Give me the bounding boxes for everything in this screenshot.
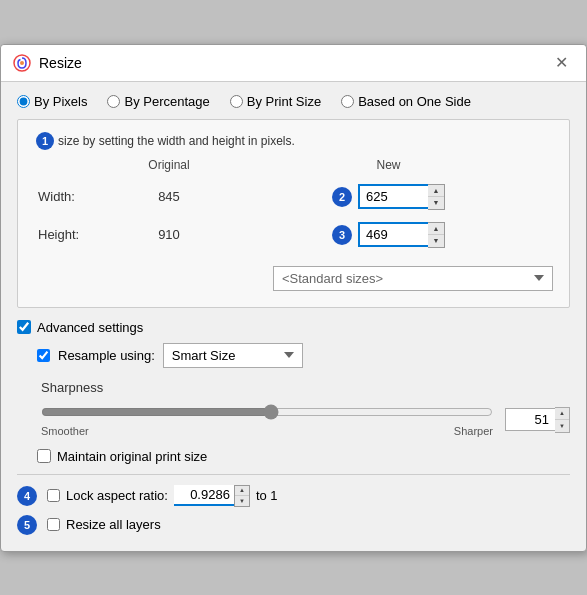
resample-checkbox[interactable]: [37, 349, 50, 362]
resample-label: Resample using:: [58, 348, 155, 363]
resize-layers-badge: 5: [17, 515, 37, 535]
height-spinner: ▲ ▼: [428, 222, 445, 248]
sharpness-slider[interactable]: [41, 403, 493, 421]
advanced-section: Advanced settings Resample using: Smart …: [17, 320, 570, 464]
width-spinner: ▲ ▼: [428, 184, 445, 210]
standard-sizes-row: <Standard sizes>: [34, 266, 553, 291]
width-spin-up[interactable]: ▲: [428, 185, 444, 198]
resize-dialog: Resize ✕ By Pixels By Percentage By Prin…: [0, 44, 587, 552]
sharpness-input[interactable]: [505, 408, 555, 431]
height-badge: 3: [332, 225, 352, 245]
title-bar-left: Resize: [13, 54, 82, 72]
advanced-settings-label[interactable]: Advanced settings: [17, 320, 570, 335]
maintain-print-size-label[interactable]: Maintain original print size: [37, 449, 570, 464]
sharpness-num-wrap: ▲ ▼: [505, 407, 570, 433]
size-table: Original New Width: 845 2: [34, 158, 553, 254]
advanced-inner: Resample using: Smart Size Bicubic Bilin…: [37, 343, 570, 464]
width-badge: 2: [332, 187, 352, 207]
resample-select[interactable]: Smart Size Bicubic Bilinear Nearest Neig…: [163, 343, 303, 368]
height-spin-up[interactable]: ▲: [428, 223, 444, 236]
size-group: 1size by setting the width and height in…: [17, 119, 570, 308]
lock-spin-down[interactable]: ▼: [235, 496, 249, 506]
lock-input-wrap: ▲ ▼: [174, 485, 250, 507]
lock-aspect-suffix: to 1: [256, 488, 278, 503]
resample-row: Resample using: Smart Size Bicubic Bilin…: [37, 343, 570, 368]
radio-by-pixels[interactable]: By Pixels: [17, 94, 87, 109]
sharpness-slider-wrap: Smoother Sharper: [41, 403, 493, 437]
lock-aspect-row: 4 Lock aspect ratio: ▲ ▼ to 1: [17, 485, 570, 507]
resize-layers-label: Resize all layers: [66, 517, 161, 532]
close-button[interactable]: ✕: [549, 53, 574, 73]
standard-sizes-select[interactable]: <Standard sizes>: [273, 266, 553, 291]
dialog-title: Resize: [39, 55, 82, 71]
width-input-wrap: ▲ ▼: [358, 184, 445, 210]
sharpness-slider-row: Smoother Sharper ▲ ▼: [41, 403, 570, 437]
slider-label-sharper: Sharper: [454, 425, 493, 437]
height-row: Height: 910 3 ▲ ▼: [34, 216, 553, 254]
sharpness-spin-up[interactable]: ▲: [555, 408, 569, 421]
maintain-print-size-checkbox[interactable]: [37, 449, 51, 463]
sharpness-spinner: ▲ ▼: [555, 407, 570, 433]
lock-spin-up[interactable]: ▲: [235, 486, 249, 497]
divider: [17, 474, 570, 475]
hint-badge: 1: [36, 132, 54, 150]
lock-aspect-spinner: ▲ ▼: [234, 485, 250, 507]
width-input[interactable]: [358, 184, 428, 209]
lock-aspect-checkbox[interactable]: [47, 489, 60, 502]
sharpness-section: Sharpness Smoother Sharper: [41, 380, 570, 437]
height-input[interactable]: [358, 222, 428, 247]
resize-layers-row: 5 Resize all layers: [17, 515, 570, 535]
slider-label-smoother: Smoother: [41, 425, 89, 437]
dialog-body: By Pixels By Percentage By Print Size Ba…: [1, 82, 586, 551]
hint-text: 1size by setting the width and height in…: [34, 132, 553, 150]
title-bar: Resize ✕: [1, 45, 586, 82]
radio-by-print-size[interactable]: By Print Size: [230, 94, 321, 109]
width-new-cell: 2 ▲ ▼: [228, 184, 549, 210]
lock-aspect-input[interactable]: [174, 485, 234, 506]
height-input-wrap: ▲ ▼: [358, 222, 445, 248]
height-spin-down[interactable]: ▼: [428, 235, 444, 247]
advanced-settings-checkbox[interactable]: [17, 320, 31, 334]
radio-by-percentage[interactable]: By Percentage: [107, 94, 209, 109]
width-spin-down[interactable]: ▼: [428, 197, 444, 209]
radio-group: By Pixels By Percentage By Print Size Ba…: [17, 94, 570, 109]
height-new-cell: 3 ▲ ▼: [228, 222, 549, 248]
slider-labels: Smoother Sharper: [41, 425, 493, 437]
lock-badge: 4: [17, 486, 37, 506]
svg-point-1: [20, 61, 24, 65]
app-icon: [13, 54, 31, 72]
sharpness-label: Sharpness: [41, 380, 570, 395]
radio-based-on-one-side[interactable]: Based on One Side: [341, 94, 471, 109]
lock-aspect-label: Lock aspect ratio:: [66, 488, 168, 503]
width-row: Width: 845 2 ▲ ▼: [34, 178, 553, 216]
sharpness-spin-down[interactable]: ▼: [555, 420, 569, 432]
resize-layers-checkbox[interactable]: [47, 518, 60, 531]
